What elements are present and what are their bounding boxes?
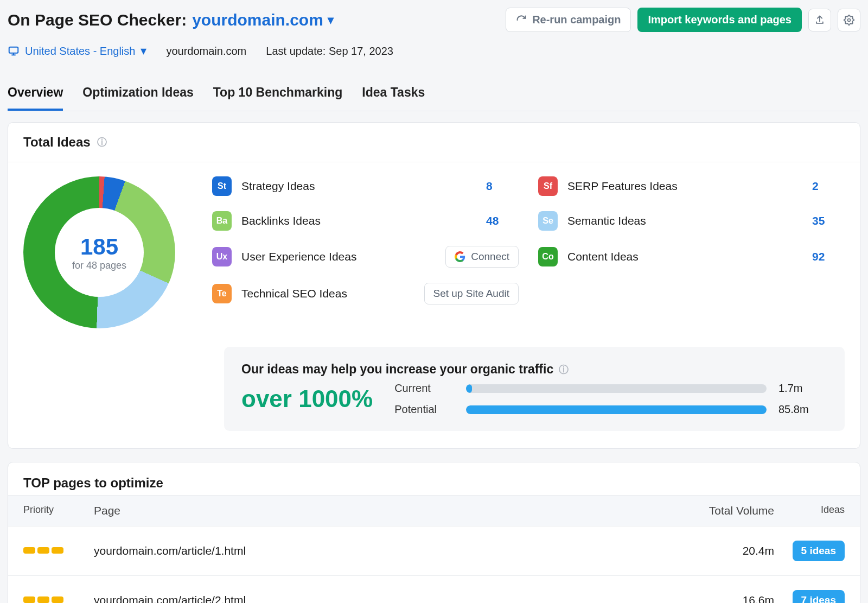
- ideas-pill[interactable]: 7 ideas: [793, 590, 845, 603]
- idea-count[interactable]: 2: [812, 180, 845, 193]
- tab-idea-tasks[interactable]: Idea Tasks: [362, 82, 425, 111]
- locale-text: United States - English: [25, 45, 135, 58]
- setup-site-audit-button[interactable]: Set up Site Audit: [424, 283, 519, 304]
- current-value: 1.7m: [778, 382, 827, 395]
- idea-badge: Ux: [212, 247, 232, 266]
- idea-category-row: StStrategy Ideas8: [212, 176, 519, 196]
- idea-badge: Sf: [538, 176, 558, 196]
- idea-category-row: BaBacklinks Ideas48: [212, 211, 519, 231]
- connect-button[interactable]: Connect: [445, 246, 519, 268]
- tab-optimization-ideas[interactable]: Optimization Ideas: [82, 82, 193, 111]
- tab-overview[interactable]: Overview: [8, 82, 63, 111]
- ideas-cell: 5 ideas: [774, 541, 845, 561]
- idea-label: Backlinks Ideas: [241, 214, 476, 227]
- top-pages-title: TOP pages to optimize: [8, 462, 860, 495]
- tab-top10-benchmarking[interactable]: Top 10 Benchmarking: [213, 82, 343, 111]
- svg-point-0: [848, 18, 851, 21]
- donut-subtitle: for 48 pages: [72, 260, 126, 271]
- idea-category-row: UxUser Experience IdeasConnect: [212, 246, 519, 268]
- potential-bar: [466, 405, 767, 414]
- idea-badge: Se: [538, 211, 558, 231]
- total-ideas-card: Total Ideas ⓘ 185 for 48 pages StStrateg…: [8, 122, 860, 449]
- idea-label: User Experience Ideas: [241, 250, 436, 263]
- priority-indicator: [23, 595, 94, 603]
- page-url[interactable]: yourdomain.com/article/1.html: [94, 544, 682, 557]
- idea-category-row: SfSERP Features Ideas2: [538, 176, 845, 196]
- google-icon: [455, 251, 465, 262]
- top-pages-header: Priority Page Total Volume Ideas: [8, 495, 860, 526]
- table-row: yourdomain.com/article/1.html20.4m5 idea…: [8, 526, 860, 576]
- idea-count[interactable]: 8: [486, 180, 519, 193]
- ideas-cell: 7 ideas: [774, 590, 845, 603]
- action-label: Connect: [471, 251, 509, 263]
- domain-text: yourdomain.com: [166, 45, 246, 58]
- idea-badge: Co: [538, 247, 558, 266]
- domain-dropdown[interactable]: yourdomain.com ▾: [192, 11, 334, 29]
- page-title: On Page SEO Checker: yourdomain.com ▾: [8, 11, 334, 29]
- last-update: Last update: Sep 17, 2023: [266, 45, 393, 58]
- idea-badge: St: [212, 176, 232, 196]
- idea-count[interactable]: 35: [812, 214, 845, 227]
- idea-label: Semantic Ideas: [567, 214, 802, 227]
- export-icon: [814, 15, 825, 26]
- total-volume: 16.6m: [682, 594, 774, 603]
- idea-label: Strategy Ideas: [241, 180, 476, 193]
- domain-name: yourdomain.com: [192, 11, 323, 29]
- svg-rect-1: [9, 47, 18, 53]
- settings-button[interactable]: [838, 9, 860, 31]
- idea-count[interactable]: 92: [812, 250, 845, 263]
- donut-total: 185: [80, 234, 118, 260]
- total-volume: 20.4m: [682, 544, 774, 557]
- traffic-increase: over 1000%: [241, 385, 373, 412]
- idea-label: SERP Features Ideas: [567, 180, 802, 193]
- locale-selector[interactable]: United States - English ▾: [8, 44, 146, 58]
- action-label: Set up Site Audit: [433, 288, 510, 300]
- idea-count[interactable]: 48: [486, 214, 519, 227]
- import-keywords-button[interactable]: Import keywords and pages: [637, 8, 802, 32]
- traffic-potential-box: Our ideas may help you increase your org…: [224, 347, 845, 431]
- ideas-pill[interactable]: 5 ideas: [793, 541, 845, 561]
- tab-bar: Overview Optimization Ideas Top 10 Bench…: [8, 82, 860, 111]
- idea-category-row: SeSemantic Ideas35: [538, 211, 845, 231]
- idea-badge: Te: [212, 284, 232, 303]
- total-ideas-title: Total Ideas: [23, 135, 91, 150]
- col-page: Page: [94, 504, 682, 517]
- current-bar: [466, 384, 767, 393]
- ideas-donut-chart: 185 for 48 pages: [23, 176, 175, 328]
- potential-label: Potential: [394, 403, 454, 416]
- priority-indicator: [23, 546, 94, 556]
- top-pages-card: TOP pages to optimize Priority Page Tota…: [8, 462, 860, 603]
- idea-category-row: CoContent Ideas92: [538, 246, 845, 268]
- chevron-down-icon: ▾: [328, 13, 334, 27]
- monitor-icon: [8, 45, 20, 57]
- idea-badge: Ba: [212, 211, 232, 231]
- idea-label: Content Ideas: [567, 250, 802, 263]
- page-url[interactable]: yourdomain.com/article/2.html: [94, 594, 682, 603]
- potential-value: 85.8m: [778, 403, 827, 416]
- col-ideas: Ideas: [774, 504, 845, 517]
- idea-category-row: TeTechnical SEO IdeasSet up Site Audit: [212, 283, 519, 304]
- chevron-down-icon: ▾: [141, 44, 146, 58]
- info-icon[interactable]: ⓘ: [97, 136, 107, 149]
- export-button[interactable]: [808, 9, 831, 31]
- current-label: Current: [394, 382, 454, 395]
- col-priority: Priority: [23, 504, 94, 517]
- gear-icon: [844, 15, 854, 26]
- info-icon[interactable]: ⓘ: [559, 363, 569, 376]
- refresh-icon: [516, 15, 527, 26]
- idea-label: Technical SEO Ideas: [241, 287, 414, 300]
- col-volume: Total Volume: [682, 504, 774, 517]
- import-label: Import keywords and pages: [648, 14, 792, 26]
- rerun-campaign-button[interactable]: Re-run campaign: [506, 8, 631, 32]
- rerun-label: Re-run campaign: [532, 14, 621, 26]
- traffic-title: Our ideas may help you increase your org…: [241, 362, 553, 377]
- title-text: On Page SEO Checker:: [8, 11, 187, 29]
- table-row: yourdomain.com/article/2.html16.6m7 idea…: [8, 576, 860, 603]
